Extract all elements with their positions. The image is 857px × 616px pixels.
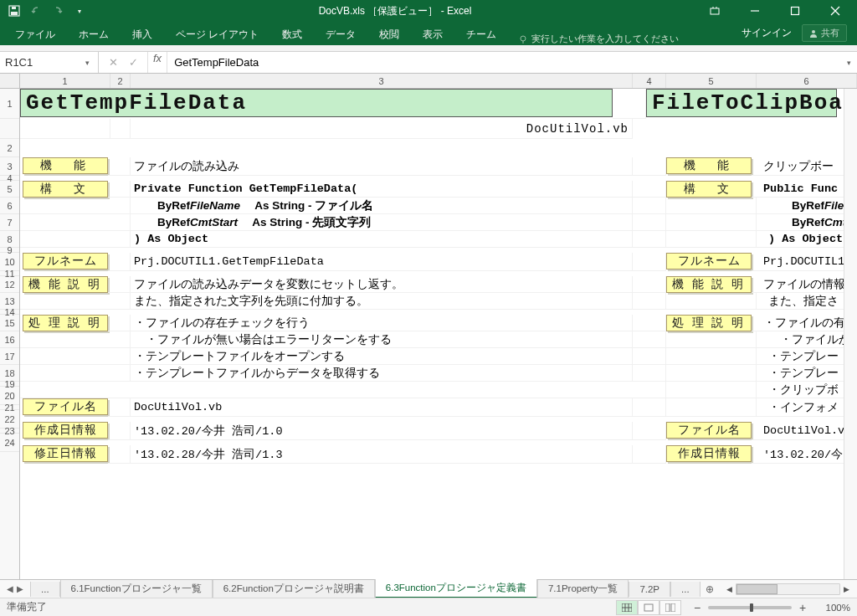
tab-nav-prev-icon[interactable]: ◀: [7, 584, 13, 593]
col-header[interactable]: 6: [757, 74, 857, 88]
ribbon-tab-layout[interactable]: ページ レイアウト: [164, 23, 270, 45]
cell[interactable]: ByRef File: [757, 198, 857, 214]
save-icon[interactable]: [7, 3, 22, 18]
cell[interactable]: ・ファイルの有: [752, 315, 852, 331]
label-setsumei[interactable]: 機 能 説 明: [23, 276, 108, 293]
cell[interactable]: ・クリップボ: [757, 382, 857, 398]
cells-area[interactable]: GetTempFileData FileToClipBoar DocUtilVo…: [20, 89, 857, 579]
row-header[interactable]: 15: [0, 315, 19, 331]
row-header[interactable]: 16: [0, 331, 19, 348]
cell[interactable]: Prj.DOCUTIL1.: [752, 253, 852, 271]
label-setsumei[interactable]: 機 能 説 明: [666, 276, 752, 293]
label-file[interactable]: ファイル名: [666, 422, 752, 439]
signin-link[interactable]: サインイン: [742, 26, 792, 40]
label-modify[interactable]: 修正日情報: [23, 445, 108, 462]
cell[interactable]: ファイルの読み込みデータを変数にセットし返す。: [131, 276, 633, 293]
sheet-tab[interactable]: 6.2Functionプロシージャ説明書: [213, 580, 375, 598]
label-kinou[interactable]: 機 能: [666, 157, 752, 174]
label-shori[interactable]: 処 理 説 明: [23, 315, 108, 331]
ribbon-tab-review[interactable]: 校閲: [367, 23, 411, 45]
label-koubun[interactable]: 構 文: [23, 181, 108, 198]
name-box-dropdown-icon[interactable]: ▾: [81, 59, 93, 67]
vertical-scrollbar[interactable]: [844, 89, 857, 579]
cell[interactable]: ・テンプレー: [757, 365, 857, 382]
cell[interactable]: ByRef CmtStart As String - 先頭文字列: [131, 214, 633, 231]
cell[interactable]: ByRef FileName As String - ファイル名: [131, 198, 633, 214]
row-header[interactable]: 12: [0, 276, 19, 293]
cell[interactable]: ・テンプレートファイルをオープンする: [131, 348, 633, 365]
cell[interactable]: ・テンプレートファイルからデータを取得する: [131, 365, 633, 382]
zoom-slider[interactable]: [708, 606, 792, 609]
module-name[interactable]: DocUtilVol.vb: [131, 119, 633, 139]
title-gettempfiledata[interactable]: GetTempFileData: [20, 89, 613, 117]
formula-expand-icon[interactable]: ▾: [840, 52, 857, 73]
col-header[interactable]: 2: [110, 74, 131, 88]
cell[interactable]: ・ファイルが無い場合はエラーリターンをする: [131, 331, 633, 348]
cell[interactable]: ・ファイルの存在チェックを行う: [131, 315, 633, 331]
ribbon-tab-home[interactable]: ホーム: [67, 23, 121, 45]
cell[interactable]: Prj.DOCUTIL1.GetTempFileData: [131, 253, 633, 271]
cell[interactable]: '13.02.28/今井 浩司/1.3: [131, 445, 633, 464]
share-button[interactable]: 共有: [802, 24, 847, 42]
sheet-tab[interactable]: 7.2P: [629, 582, 670, 597]
label-create[interactable]: 作成日情報: [23, 422, 108, 439]
minimize-button[interactable]: [736, 0, 773, 22]
cell[interactable]: ・インフォメ: [757, 398, 857, 417]
formula-input[interactable]: GetTempFileData: [167, 52, 840, 73]
row-header[interactable]: 1: [0, 89, 19, 119]
cell[interactable]: '13.02.20/今井 浩司/1.0: [131, 422, 633, 440]
cell[interactable]: また、指定さ: [757, 293, 857, 310]
label-koubun[interactable]: 構 文: [666, 181, 752, 198]
tab-nav-next-icon[interactable]: ▶: [17, 584, 23, 593]
ribbon-tab-formulas[interactable]: 数式: [270, 23, 314, 45]
row-header[interactable]: 2: [0, 139, 19, 157]
add-sheet-button[interactable]: ⊕: [700, 583, 719, 595]
cell[interactable]: DocUtilVol.vb: [752, 422, 852, 440]
view-page-layout-icon[interactable]: [638, 600, 659, 615]
cell[interactable]: ) As Object: [757, 231, 857, 248]
ribbon-tab-team[interactable]: チーム: [454, 23, 508, 45]
col-header[interactable]: 3: [131, 74, 633, 88]
label-file[interactable]: ファイル名: [23, 398, 108, 415]
cell[interactable]: ) As Object: [131, 231, 633, 248]
ribbon-tab-data[interactable]: データ: [314, 23, 367, 45]
col-header[interactable]: 1: [20, 74, 110, 88]
sheet-tab[interactable]: 7.1Property一覧: [537, 580, 629, 598]
ribbon-tab-insert[interactable]: 挿入: [121, 23, 164, 45]
hscroll-right-icon[interactable]: ▶: [840, 585, 852, 593]
cell[interactable]: クリップボー: [752, 157, 852, 176]
maximize-button[interactable]: [777, 0, 813, 22]
tell-me-search[interactable]: 実行したい作業を入力してください: [518, 33, 679, 45]
cell[interactable]: Private Function GetTempFileData(: [131, 181, 633, 198]
sheet-tab-active[interactable]: 6.3Functionプロシージャ定義書: [375, 579, 537, 598]
row-header[interactable]: 5: [0, 181, 19, 198]
sheet-tab-ellipsis[interactable]: ...: [30, 582, 60, 597]
label-fullname[interactable]: フルネーム: [666, 253, 752, 270]
cell[interactable]: ファイルの読み込み: [131, 157, 633, 176]
row-header[interactable]: 24: [0, 434, 19, 452]
row-header[interactable]: 6: [0, 198, 19, 214]
fx-label[interactable]: fx: [147, 52, 167, 73]
label-fullname[interactable]: フルネーム: [23, 253, 108, 270]
cell[interactable]: Public Func: [752, 181, 852, 198]
ribbon-tab-view[interactable]: 表示: [411, 23, 454, 45]
sheet-tab[interactable]: 6.1Functionプロシージャ一覧: [60, 580, 213, 598]
hscroll-left-icon[interactable]: ◀: [724, 585, 736, 593]
ribbon-options-icon[interactable]: [696, 0, 733, 22]
col-header[interactable]: 5: [666, 74, 757, 88]
row-header[interactable]: 17: [0, 348, 19, 365]
row-header[interactable]: [0, 119, 19, 139]
name-box[interactable]: R1C1: [5, 56, 81, 69]
cell[interactable]: ・ファイルが: [757, 331, 857, 348]
cell[interactable]: DocUtilVol.vb: [131, 398, 633, 417]
cell[interactable]: ByRef CmtS: [757, 214, 857, 231]
confirm-formula-icon[interactable]: ✓: [126, 56, 141, 69]
label-kinou[interactable]: 機 能: [23, 157, 108, 174]
zoom-percentage[interactable]: 100%: [813, 603, 850, 613]
view-page-break-icon[interactable]: [659, 600, 681, 615]
zoom-in-button[interactable]: +: [797, 601, 808, 614]
cancel-formula-icon[interactable]: ✕: [105, 56, 121, 69]
sheet-tab-ellipsis[interactable]: ...: [670, 582, 700, 597]
cell[interactable]: ファイルの情報: [752, 276, 852, 293]
col-header[interactable]: 4: [633, 74, 666, 88]
